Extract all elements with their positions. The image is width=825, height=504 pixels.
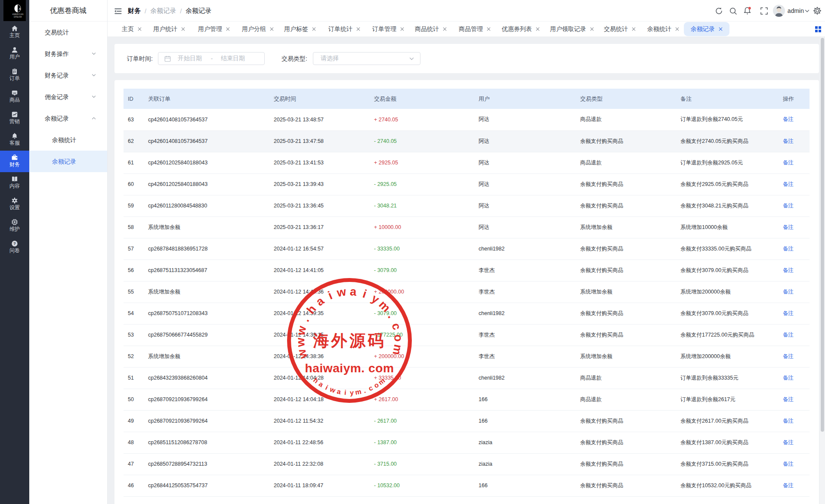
svg-text:A: A [19,7,21,11]
svg-text:AMERICAN: AMERICAN [12,13,23,15]
svg-text:DREAM: DREAM [14,16,22,18]
svg-text:?: ? [13,241,16,246]
